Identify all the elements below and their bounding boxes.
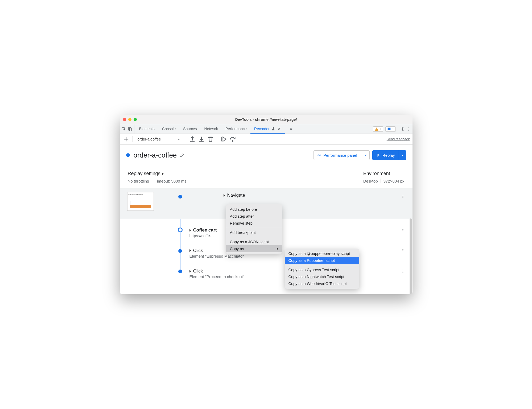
continue-button[interactable] <box>220 135 227 143</box>
menu-add-step-before[interactable]: Add step before <box>226 206 282 213</box>
svg-point-4 <box>408 127 409 128</box>
export-button[interactable] <box>189 135 196 143</box>
device-toolbar-icon[interactable] <box>128 127 132 131</box>
menu-add-breakpoint[interactable]: Add breakpoint <box>226 229 282 236</box>
menu-add-step-after[interactable]: Add step after <box>226 213 282 220</box>
menu-item-label: Add breakpoint <box>230 230 256 235</box>
tab-label: Sources <box>183 127 197 131</box>
timeline-marker <box>178 228 183 232</box>
kebab-icon[interactable] <box>407 127 411 131</box>
divider <box>381 179 381 183</box>
tab-console[interactable]: Console <box>158 124 179 134</box>
menu-remove-step[interactable]: Remove step <box>226 220 282 227</box>
step-menu-button[interactable] <box>400 228 406 233</box>
timeline-marker <box>178 270 182 273</box>
tab-performance[interactable]: Performance <box>222 124 250 134</box>
delete-button[interactable] <box>207 135 214 143</box>
titlebar: DevTools - chrome://new-tab-page/ <box>120 115 413 124</box>
tab-recorder[interactable]: Recorder <box>250 124 285 134</box>
step-context-menu: Add step before Add step after Remove st… <box>226 204 282 254</box>
menu-copy-as[interactable]: Copy as <box>226 245 282 252</box>
menu-item-label: Copy as a Nightwatch Test script <box>288 275 344 279</box>
edit-icon[interactable] <box>180 153 184 157</box>
settings-row: Replay settings No throttling Timeout: 5… <box>120 166 413 188</box>
svg-point-20 <box>402 272 403 273</box>
performance-panel-button[interactable]: Performance panel <box>314 150 370 160</box>
submenu-puppeteer-replay[interactable]: Copy as a @puppeteer/replay script <box>285 250 359 257</box>
submenu-puppeteer[interactable]: Copy as a Puppeteer script <box>285 257 359 264</box>
tab-label: Console <box>162 127 176 131</box>
step-subtitle: Element "Proceed to checkout" <box>189 274 245 279</box>
recording-status-dot <box>126 153 130 157</box>
svg-point-19 <box>402 271 403 272</box>
replay-button[interactable]: Replay <box>372 150 406 160</box>
divider <box>398 126 398 132</box>
play-icon <box>376 153 380 157</box>
tab-label: Elements <box>139 127 155 131</box>
svg-point-12 <box>402 229 403 230</box>
close-window-button[interactable] <box>123 118 126 121</box>
svg-point-10 <box>402 196 403 197</box>
divider <box>152 179 152 183</box>
more-tabs-button[interactable] <box>285 124 297 134</box>
recorder-toolbar: order-a-coffee Send feedback <box>120 134 413 144</box>
scrollbar[interactable] <box>410 218 412 294</box>
step-click-checkout[interactable]: Click Element "Proceed to checkout" <box>120 263 413 284</box>
step-title-row: Click <box>189 268 245 274</box>
svg-point-17 <box>402 251 403 252</box>
step-menu-button[interactable] <box>400 268 406 274</box>
copy-as-submenu: Copy as a @puppeteer/replay script Copy … <box>285 249 359 289</box>
submenu-nightwatch[interactable]: Copy as a Nightwatch Test script <box>285 273 359 280</box>
replay-dropdown[interactable] <box>399 150 406 160</box>
viewport-value: 372×804 px <box>383 179 405 183</box>
step-over-button[interactable] <box>229 135 236 143</box>
window-title: DevTools - chrome://new-tab-page/ <box>120 117 413 122</box>
step-title-row: Coffee cart <box>189 228 217 233</box>
maximize-window-button[interactable] <box>134 118 137 121</box>
tab-sources[interactable]: Sources <box>179 124 200 134</box>
recording-title: order-a-coffee <box>134 151 177 159</box>
step-title: Click <box>193 268 203 274</box>
menu-separator <box>226 228 282 228</box>
chevron-right-icon <box>189 249 191 252</box>
submenu-cypress[interactable]: Copy as a Cypress Test script <box>285 266 359 273</box>
tab-label: Performance <box>225 127 247 131</box>
submenu-webdriverio[interactable]: Copy as a WebdriverIO Test script <box>285 280 359 287</box>
timeline-marker <box>178 249 182 253</box>
step-title-row: Navigate <box>224 193 245 198</box>
replay-settings-toggle[interactable]: Replay settings <box>128 171 187 176</box>
svg-point-13 <box>402 230 403 231</box>
recording-select[interactable]: order-a-coffee <box>135 136 183 142</box>
chevron-right-icon <box>189 270 191 272</box>
timeout-value: Timeout: 5000 ms <box>155 179 187 183</box>
import-button[interactable] <box>198 135 205 143</box>
minimize-window-button[interactable] <box>128 118 131 121</box>
tab-label: Network <box>204 127 218 131</box>
inspect-icon[interactable] <box>121 127 126 131</box>
performance-panel-dropdown[interactable] <box>362 151 369 160</box>
step-menu-button[interactable] <box>400 194 406 199</box>
send-feedback-link[interactable]: Send feedback <box>387 137 410 141</box>
menu-separator <box>226 237 282 237</box>
warnings-badge[interactable]: 1 <box>373 126 383 132</box>
menu-copy-json[interactable]: Copy as a JSON script <box>226 238 282 245</box>
divider <box>186 136 186 142</box>
close-icon[interactable] <box>277 127 281 131</box>
gear-icon[interactable] <box>400 127 405 131</box>
menu-item-label: Add step after <box>230 214 254 218</box>
gauge-icon <box>317 153 321 157</box>
flask-icon <box>271 127 275 131</box>
tab-network[interactable]: Network <box>201 124 222 134</box>
issues-badge[interactable]: 1 <box>385 126 396 132</box>
menu-item-label: Copy as a @puppeteer/replay script <box>288 251 350 256</box>
add-recording-button[interactable] <box>122 135 130 143</box>
step-menu-button[interactable] <box>400 248 406 253</box>
devtools-window: DevTools - chrome://new-tab-page/ Elemen… <box>120 115 413 294</box>
step-title: Navigate <box>227 193 245 198</box>
warnings-count: 1 <box>380 127 382 131</box>
environment-label: Environment <box>363 171 405 176</box>
button-label: Replay <box>382 153 395 158</box>
svg-point-16 <box>402 250 403 251</box>
tab-elements[interactable]: Elements <box>135 124 158 134</box>
timeline-marker <box>178 195 182 199</box>
